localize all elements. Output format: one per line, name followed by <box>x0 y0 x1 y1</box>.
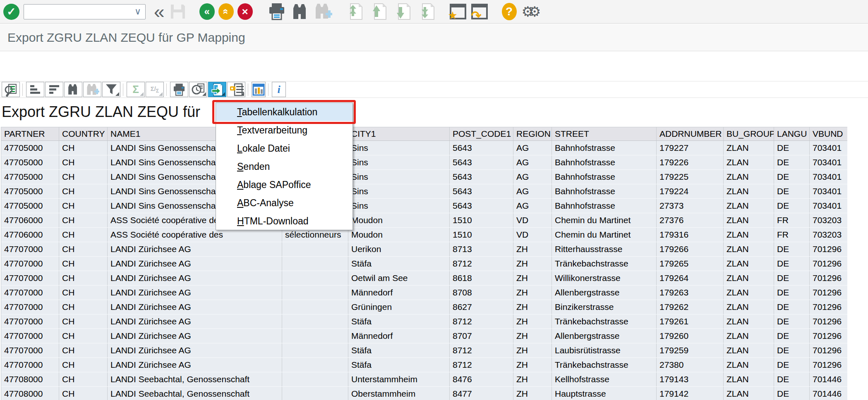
table-cell[interactable]: 179261 <box>657 314 724 329</box>
table-cell[interactable]: Bahnhofstrasse <box>552 155 657 169</box>
table-cell[interactable]: 701446 <box>810 387 847 400</box>
header-cell-country[interactable]: COUNTRY <box>59 127 108 140</box>
chevron-down-icon[interactable]: ∨ <box>134 6 141 17</box>
table-cell[interactable]: CH <box>59 170 108 184</box>
table-cell[interactable] <box>282 329 348 343</box>
sort-descending-icon[interactable] <box>45 82 63 97</box>
table-cell[interactable]: CH <box>59 184 108 198</box>
table-cell[interactable]: 27373 <box>657 199 724 213</box>
table-cell[interactable]: Binzikerstrasse <box>552 300 657 314</box>
table-cell[interactable]: LANDI Zürichsee AG <box>108 329 282 343</box>
filter-icon[interactable] <box>102 82 120 97</box>
header-cell-addrnumber[interactable]: ADDRNUMBER <box>657 127 724 140</box>
table-cell[interactable]: LANDI Zürichsee AG <box>108 314 282 329</box>
table-cell[interactable]: VD <box>513 213 552 227</box>
table-cell[interactable]: ZH <box>513 343 552 357</box>
table-cell[interactable]: 179227 <box>657 141 724 155</box>
table-cell[interactable]: ZH <box>513 387 552 400</box>
table-cell[interactable]: 179259 <box>657 343 724 357</box>
table-cell[interactable]: ZH <box>513 358 552 372</box>
first-page-icon[interactable] <box>345 2 364 21</box>
table-cell[interactable]: ZH <box>513 286 552 300</box>
table-row[interactable]: 47707000CHLANDI Zürichsee AGStäfa8712ZHT… <box>1 314 847 329</box>
print-icon[interactable] <box>170 82 188 97</box>
table-cell[interactable]: DE <box>774 271 810 285</box>
table-cell[interactable] <box>282 257 348 271</box>
table-cell[interactable]: DE <box>774 199 810 213</box>
table-cell[interactable]: Hauptstrasse <box>552 387 657 400</box>
table-cell[interactable]: 8712 <box>450 358 513 372</box>
table-cell[interactable]: Willikonerstrasse <box>552 271 657 285</box>
table-cell[interactable]: 701446 <box>810 372 847 386</box>
table-cell[interactable]: Moudon <box>348 213 450 227</box>
table-row[interactable]: 47705000CHLANDI Sins GenossenschaftSins5… <box>1 155 847 170</box>
customize-icon[interactable]: ⚙⚙ <box>522 3 535 20</box>
header-cell-post_code1[interactable]: POST_CODE1 <box>450 127 513 140</box>
table-cell[interactable]: 47707000 <box>1 343 59 357</box>
table-cell[interactable]: CH <box>59 257 108 271</box>
table-cell[interactable]: CH <box>59 242 108 256</box>
table-cell[interactable]: ZLAN <box>724 314 774 329</box>
table-cell[interactable]: 701296 <box>810 286 847 300</box>
table-cell[interactable]: VD <box>513 228 552 242</box>
table-cell[interactable] <box>282 300 348 314</box>
table-cell[interactable]: DE <box>774 257 810 271</box>
table-cell[interactable]: ZLAN <box>724 170 774 184</box>
menu-item[interactable]: Senden <box>216 157 352 176</box>
table-cell[interactable]: 47707000 <box>1 329 59 343</box>
table-cell[interactable]: 8712 <box>450 343 513 357</box>
table-cell[interactable]: Grüningen <box>348 300 450 314</box>
table-cell[interactable]: 47708000 <box>1 372 59 386</box>
table-cell[interactable]: CH <box>59 228 108 242</box>
find-next-icon[interactable] <box>313 2 332 21</box>
table-cell[interactable]: Laubisrütistrasse <box>552 343 657 357</box>
menu-item[interactable]: ABC-Analyse <box>216 194 352 212</box>
print-icon[interactable] <box>268 2 286 21</box>
table-cell[interactable]: 8712 <box>450 314 513 329</box>
details-icon[interactable] <box>2 82 20 97</box>
table-row[interactable]: 47705000CHLANDI Sins GenossenschaftSins5… <box>1 170 847 184</box>
table-cell[interactable]: ZLAN <box>724 271 774 285</box>
table-cell[interactable]: Sins <box>348 141 450 155</box>
back-icon[interactable]: « <box>199 3 215 20</box>
table-cell[interactable]: FR <box>774 228 810 242</box>
new-session-icon[interactable]: ★ <box>450 4 466 19</box>
header-cell-langu[interactable]: LANGU <box>774 127 810 140</box>
table-cell[interactable]: 703401 <box>810 170 847 184</box>
table-cell[interactable]: 8708 <box>450 286 513 300</box>
table-cell[interactable]: AG <box>513 141 552 155</box>
table-row[interactable]: 47707000CHLANDI Zürichsee AGMännedorf870… <box>1 329 847 343</box>
table-cell[interactable]: 5643 <box>450 199 513 213</box>
sum-icon[interactable]: Σ <box>127 82 145 97</box>
table-cell[interactable]: 5643 <box>450 170 513 184</box>
table-cell[interactable]: Stäfa <box>348 257 450 271</box>
table-cell[interactable]: FR <box>774 213 810 227</box>
table-cell[interactable]: 5643 <box>450 184 513 198</box>
table-cell[interactable]: 701296 <box>810 329 847 343</box>
enter-check-icon[interactable]: ✓ <box>3 4 19 20</box>
table-row[interactable]: 47708000CHLANDI Seebachtal, Genossenscha… <box>1 387 847 400</box>
table-cell[interactable]: 701296 <box>810 343 847 357</box>
table-cell[interactable]: Tränkebachstrasse <box>552 257 657 271</box>
table-row[interactable]: 47706000CHASS Société coopérative dessél… <box>1 213 847 228</box>
table-cell[interactable]: CH <box>59 286 108 300</box>
table-cell[interactable]: 701296 <box>810 257 847 271</box>
table-cell[interactable]: ZH <box>513 372 552 386</box>
table-cell[interactable]: Allenbergstrasse <box>552 286 657 300</box>
table-cell[interactable]: CH <box>59 387 108 400</box>
back-chevrons-icon[interactable]: « <box>154 3 165 20</box>
table-cell[interactable]: CH <box>59 199 108 213</box>
table-cell[interactable]: 47707000 <box>1 300 59 314</box>
table-cell[interactable]: 47706000 <box>1 228 59 242</box>
menu-item[interactable]: Ablage SAPoffice <box>216 176 352 194</box>
table-cell[interactable]: Sins <box>348 199 450 213</box>
table-cell[interactable]: LANDI Zürichsee AG <box>108 300 282 314</box>
table-cell[interactable]: 703401 <box>810 184 847 198</box>
table-cell[interactable]: 47705000 <box>1 155 59 169</box>
table-cell[interactable]: Chemin du Martinet <box>552 213 657 227</box>
table-cell[interactable]: CH <box>59 314 108 329</box>
table-row[interactable]: 47707000CHLANDI Zürichsee AGStäfa8712ZHL… <box>1 343 847 358</box>
table-cell[interactable]: CH <box>59 155 108 169</box>
table-row[interactable]: 47707000CHLANDI Zürichsee AGGrüningen862… <box>1 300 847 314</box>
table-cell[interactable]: 179143 <box>657 372 724 386</box>
